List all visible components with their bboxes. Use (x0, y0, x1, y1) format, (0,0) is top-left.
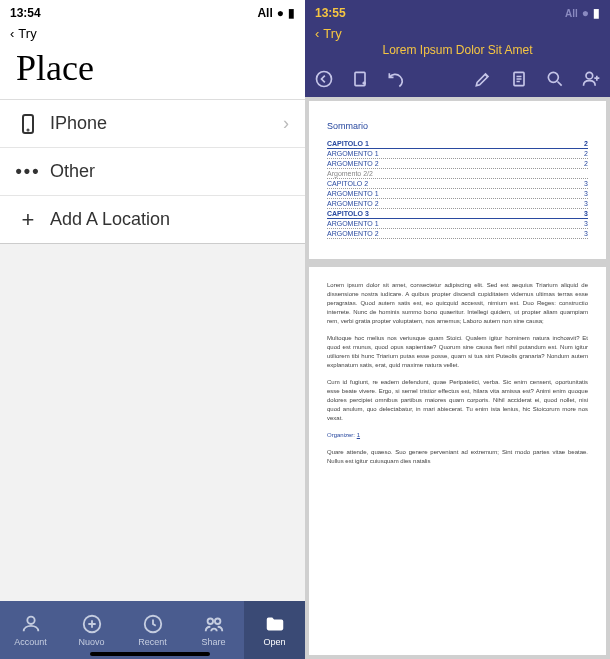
share-icon (203, 613, 225, 635)
toc-page: 2 (584, 140, 588, 147)
document-page-2: Lorem ipsum dolor sit amet, consectetur … (309, 267, 606, 655)
document-canvas[interactable]: Sommario CAPITOLO 12ARGOMENTO 12ARGOMENT… (305, 97, 610, 659)
organizer-label: Organizer: (327, 432, 355, 438)
search-button[interactable] (542, 66, 568, 92)
tab-label: Share (201, 637, 225, 647)
toolbar (305, 61, 610, 97)
tab-account[interactable]: Account (0, 601, 61, 659)
toc-row[interactable]: Argomento 2/2 (327, 169, 588, 179)
row-add-location[interactable]: + Add A Location (0, 196, 305, 244)
page-icon (509, 69, 529, 89)
battery-icon: ▮ (288, 6, 295, 20)
tab-label: Recent (138, 637, 167, 647)
left-phone-screen: 13:54 All ● ▮ ‹ Try Place IPhone › ••• O… (0, 0, 305, 659)
toc-page: 3 (584, 230, 588, 237)
back-circle-button[interactable] (311, 66, 337, 92)
dots-icon: ••• (16, 161, 40, 182)
back-label: Try (323, 26, 341, 41)
row-label: IPhone (50, 113, 283, 134)
svg-point-2 (27, 617, 34, 624)
tab-label: Account (14, 637, 47, 647)
toc-page: 3 (584, 200, 588, 207)
tab-share[interactable]: Share (183, 601, 244, 659)
paragraph: Multoque hoc melius nos veriusque quam S… (327, 334, 588, 370)
home-indicator[interactable] (90, 652, 210, 656)
wifi-icon: ● (277, 6, 284, 20)
toc-label: ARGOMENTO 2 (327, 160, 584, 167)
toc-page: 3 (584, 210, 588, 217)
document-page-1: Sommario CAPITOLO 12ARGOMENTO 12ARGOMENT… (309, 101, 606, 259)
paragraph: Quare attende, quaeso. Suo genere perven… (327, 448, 588, 466)
toc-row[interactable]: ARGOMENTO 23 (327, 229, 588, 239)
undo-icon (386, 69, 406, 89)
row-iphone[interactable]: IPhone › (0, 100, 305, 148)
account-icon (20, 613, 42, 635)
back-button[interactable]: ‹ Try (0, 26, 305, 41)
toc-page: 3 (584, 220, 588, 227)
toc-label: ARGOMENTO 2 (327, 230, 584, 237)
tab-label: Open (263, 637, 285, 647)
toc-row[interactable]: CAPITOLO 12 (327, 139, 588, 149)
chevron-left-icon: ‹ (315, 26, 319, 41)
toc-row[interactable]: ARGOMENTO 13 (327, 189, 588, 199)
row-label: Other (50, 161, 289, 182)
toc-label: ARGOMENTO 1 (327, 150, 584, 157)
toc-row[interactable]: ARGOMENTO 13 (327, 219, 588, 229)
search-icon (545, 69, 565, 89)
paragraph: Lorem ipsum dolor sit amet, consectetur … (327, 281, 588, 326)
toc-label: Argomento 2/2 (327, 170, 588, 177)
toc-row[interactable]: ARGOMENTO 22 (327, 159, 588, 169)
page-title: Place (0, 41, 305, 99)
toc-row[interactable]: CAPITOLO 33 (327, 209, 588, 219)
back-button[interactable]: ‹ Try (305, 26, 610, 41)
status-time: 13:54 (10, 6, 41, 20)
row-other[interactable]: ••• Other (0, 148, 305, 196)
chevron-left-icon: ‹ (10, 26, 14, 41)
person-add-button[interactable] (578, 66, 604, 92)
battery-icon: ▮ (593, 6, 600, 20)
row-label: Add A Location (50, 209, 289, 230)
new-icon (81, 613, 103, 635)
status-signal: All (257, 6, 272, 20)
new-doc-icon (350, 69, 370, 89)
svg-point-1 (28, 129, 29, 130)
phone-icon (16, 112, 40, 136)
tab-open[interactable]: Open (244, 601, 305, 659)
location-list: IPhone › ••• Other + Add A Location (0, 99, 305, 244)
toc-page: 2 (584, 150, 588, 157)
status-bar: 13:55 All ● ▮ (305, 0, 610, 26)
toc-row[interactable]: CAPITOLO 23 (327, 179, 588, 189)
empty-content (0, 244, 305, 601)
folder-icon (264, 613, 286, 635)
toc-label: ARGOMENTO 1 (327, 190, 584, 197)
paragraph: Organizer: 1 (327, 431, 588, 440)
svg-point-11 (586, 72, 593, 79)
toc-label: CAPITOLO 1 (327, 140, 584, 147)
document-title: Lorem Ipsum Dolor Sit Amet (305, 41, 610, 61)
wifi-icon: ● (582, 6, 589, 20)
svg-point-7 (317, 72, 332, 87)
svg-point-6 (214, 619, 220, 625)
toc-page: 3 (584, 180, 588, 187)
back-circle-icon (314, 69, 334, 89)
new-doc-button[interactable] (347, 66, 373, 92)
toc-heading: Sommario (327, 121, 588, 131)
toc-row[interactable]: ARGOMENTO 23 (327, 199, 588, 209)
status-bar: 13:54 All ● ▮ (0, 0, 305, 26)
pen-icon (473, 69, 493, 89)
svg-point-5 (207, 619, 213, 625)
undo-button[interactable] (383, 66, 409, 92)
plus-icon: + (16, 207, 40, 233)
paragraph: Cum id fugiunt, re eadem defendunt, quae… (327, 378, 588, 423)
back-label: Try (18, 26, 36, 41)
tab-new[interactable]: Nuovo (61, 601, 122, 659)
bottom-tabbar: Account Nuovo Recent Share Open (0, 601, 305, 659)
toc-row[interactable]: ARGOMENTO 12 (327, 149, 588, 159)
page-button[interactable] (506, 66, 532, 92)
right-phone-screen: 13:55 All ● ▮ ‹ Try Lorem Ipsum Dolor Si… (305, 0, 610, 659)
tab-recent[interactable]: Recent (122, 601, 183, 659)
status-time: 13:55 (315, 6, 346, 20)
pen-button[interactable] (470, 66, 496, 92)
chevron-right-icon: › (283, 113, 289, 134)
person-add-icon (581, 69, 601, 89)
